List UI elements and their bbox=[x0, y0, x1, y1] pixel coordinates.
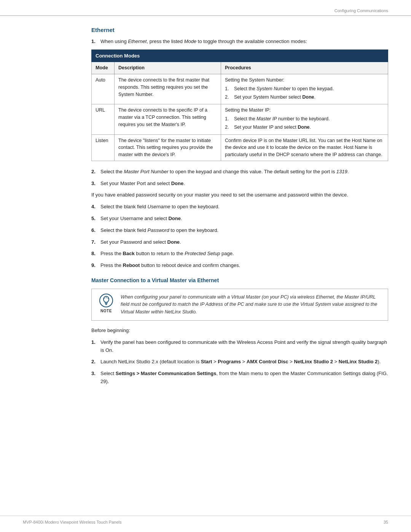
step-9-num: 9. bbox=[91, 262, 100, 270]
step-3-done: Done bbox=[171, 181, 184, 186]
step-8-num: 8. bbox=[91, 250, 100, 258]
before-beginning: Before beginning: bbox=[91, 327, 388, 335]
lightbulb-svg bbox=[102, 296, 110, 305]
footer-left-text: MVP-8400i Modero Viewpoint Wireless Touc… bbox=[23, 520, 121, 524]
col-header-mode: Mode bbox=[92, 62, 115, 74]
proc-listen: Confirm device IP is on the Master URL l… bbox=[221, 134, 388, 161]
top-rule bbox=[0, 15, 411, 16]
sec2-step-2-studio2: NetLinx Studio 2 bbox=[294, 359, 333, 364]
note-box: NOTE When configuring your panel to comm… bbox=[91, 289, 388, 321]
step-7-row: 7. Set your Password and select Done. bbox=[91, 238, 388, 246]
step-2-port: 1319 bbox=[336, 169, 347, 174]
step-8-back: Back bbox=[123, 251, 135, 256]
step-8-row: 8. Press the Back button to return to th… bbox=[91, 250, 388, 258]
step-1-row: 1. When using Ethernet, press the listed… bbox=[91, 38, 388, 46]
section2-steps: 1. Verify the panel has been configured … bbox=[91, 339, 388, 386]
note-label-text: NOTE bbox=[100, 309, 112, 313]
section-master-connection-heading: Master Connection to a Virtual Master vi… bbox=[91, 277, 388, 283]
sec2-step-3-row: 3. Select Settings > Master Communicatio… bbox=[91, 370, 388, 386]
step-1-content: When using Ethernet, press the listed Mo… bbox=[100, 38, 388, 46]
para-password-security: If you have enabled password security on… bbox=[91, 191, 388, 199]
proc-url-item-1: 1. Select the Master IP number to the ke… bbox=[225, 115, 384, 123]
step-8-content: Press the Back button to return to the P… bbox=[100, 250, 388, 258]
step-1-italic-mode: Mode bbox=[184, 38, 197, 44]
note-bulb-icon bbox=[99, 294, 113, 307]
sec2-step-2-content: Launch NetLinx Studio 2.x (default locat… bbox=[100, 358, 388, 366]
sec2-step-3-num: 3. bbox=[91, 370, 100, 386]
step-1-num: 1. bbox=[91, 38, 100, 46]
col-header-procedures: Procedures bbox=[221, 62, 388, 74]
note-body-text: When configuring your panel to communica… bbox=[121, 294, 382, 316]
table-main-header-cell: Connection Modes bbox=[92, 50, 388, 62]
table-row-listen: Listen The device "listens" for the mast… bbox=[92, 134, 388, 161]
step-3-row: 3. Set your Master Port and select Done. bbox=[91, 180, 388, 188]
section-master-connection: Master Connection to a Virtual Master vi… bbox=[91, 277, 388, 386]
step-2-num: 2. bbox=[91, 168, 100, 176]
sec2-step-2-row: 2. Launch NetLinx Studio 2.x (default lo… bbox=[91, 358, 388, 366]
sec2-step-1-num: 1. bbox=[91, 339, 100, 355]
step-2-row: 2. Select the Master Port Number to open… bbox=[91, 168, 388, 176]
step-7-num: 7. bbox=[91, 238, 100, 246]
proc-auto-list: 1. Select the System Number to open the … bbox=[225, 85, 384, 101]
step-5-content: Set your Username and select Done. bbox=[100, 215, 388, 223]
step-6-num: 6. bbox=[91, 227, 100, 235]
table-main-header-row: Connection Modes bbox=[92, 50, 388, 62]
table-row-url: URL The device connects to the specific … bbox=[92, 104, 388, 134]
desc-auto: The device connects to the first master … bbox=[115, 74, 221, 104]
sec2-step-3-content: Select Settings > Master Communication S… bbox=[100, 370, 388, 386]
step-7-done: Done bbox=[167, 239, 180, 245]
desc-url: The device connects to the specific IP o… bbox=[115, 104, 221, 134]
header-chapter-title: Configuring Communications bbox=[335, 8, 388, 13]
step-2-italic: Master Port Number bbox=[124, 169, 168, 174]
sec2-step-2-studio2b: NetLinx Studio 2 bbox=[339, 359, 378, 364]
step-6-row: 6. Select the blank field Password to op… bbox=[91, 227, 388, 235]
sec2-step-2-start: Start bbox=[201, 359, 212, 364]
step-6-content: Select the blank field Password to open … bbox=[100, 227, 388, 235]
section-ethernet-heading: Ethernet bbox=[91, 27, 388, 33]
sec2-step-2-num: 2. bbox=[91, 358, 100, 366]
steps-2-to-9: 2. Select the Master Port Number to open… bbox=[91, 168, 388, 270]
step-8-italic: Protected Setup bbox=[185, 251, 220, 256]
sec2-step-1-content: Verify the panel has been configured to … bbox=[100, 339, 388, 355]
table-col-header-row: Mode Description Procedures bbox=[92, 62, 388, 74]
note-icon-group: NOTE bbox=[97, 294, 115, 313]
step-7-content: Set your Password and select Done. bbox=[100, 238, 388, 246]
proc-auto-item-2: 2. Set your System Number select Done. bbox=[225, 94, 384, 101]
footer-right-page: 35 bbox=[384, 520, 388, 524]
sec2-step-3-settings: Settings > Master Communication Settings bbox=[116, 371, 217, 376]
step-1-italic-ethernet: Ethernet bbox=[128, 38, 147, 44]
step-4-num: 4. bbox=[91, 203, 100, 211]
desc-listen: The device "listens" for the master to i… bbox=[115, 134, 221, 161]
main-content: Ethernet 1. When using Ethernet, press t… bbox=[0, 0, 411, 386]
page-container: Configuring Communications Ethernet 1. W… bbox=[0, 0, 411, 532]
step-2-content: Select the Master Port Number to open th… bbox=[100, 168, 388, 176]
proc-url: Setting the Master IP: 1. Select the Mas… bbox=[221, 104, 388, 134]
step-4-content: Select the blank field Username to open … bbox=[100, 203, 388, 211]
sec2-step-2-amx: AMX Control Disc bbox=[247, 359, 288, 364]
step-3-content: Set your Master Port and select Done. bbox=[100, 180, 388, 188]
step-5-row: 5. Set your Username and select Done. bbox=[91, 215, 388, 223]
section-ethernet: Ethernet 1. When using Ethernet, press t… bbox=[91, 27, 388, 270]
step-9-reboot: Reboot bbox=[123, 262, 140, 268]
mode-url: URL bbox=[92, 104, 115, 134]
step-6-italic: Password bbox=[148, 227, 169, 233]
step-5-num: 5. bbox=[91, 215, 100, 223]
proc-url-list: 1. Select the Master IP number to the ke… bbox=[225, 115, 384, 131]
proc-auto: Setting the System Number: 1. Select the… bbox=[221, 74, 388, 104]
step-5-done: Done bbox=[168, 216, 181, 221]
step-4-italic: Username bbox=[148, 204, 170, 209]
step-3-num: 3. bbox=[91, 180, 100, 188]
sec2-step-1-row: 1. Verify the panel has been configured … bbox=[91, 339, 388, 355]
step-4-row: 4. Select the blank field Username to op… bbox=[91, 203, 388, 211]
proc-url-item-2: 2. Set your Master IP and select Done. bbox=[225, 124, 384, 131]
table-row-auto: Auto The device connects to the first ma… bbox=[92, 74, 388, 104]
footer: MVP-8400i Modero Viewpoint Wireless Touc… bbox=[0, 516, 411, 524]
step-9-row: 9. Press the Reboot button to reboot dev… bbox=[91, 262, 388, 270]
sec2-step-2-programs: Programs bbox=[218, 359, 241, 364]
step-9-content: Press the Reboot button to reboot device… bbox=[100, 262, 388, 270]
col-header-description: Description bbox=[115, 62, 221, 74]
mode-listen: Listen bbox=[92, 134, 115, 161]
mode-auto: Auto bbox=[92, 74, 115, 104]
proc-auto-item-1: 1. Select the System Number to open the … bbox=[225, 85, 384, 93]
connection-modes-table: Connection Modes Mode Description Proced… bbox=[91, 50, 388, 161]
